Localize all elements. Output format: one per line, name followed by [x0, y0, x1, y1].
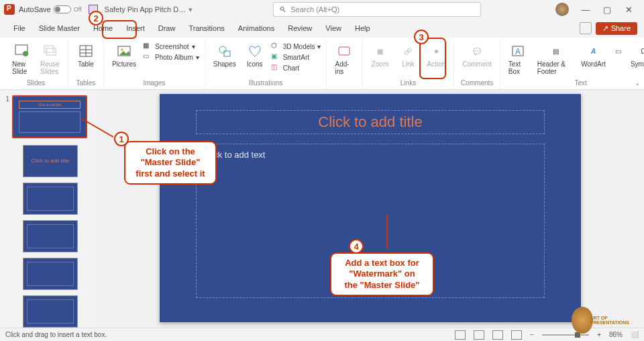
thumb-layout[interactable] [23, 258, 78, 290]
symbols-button[interactable]: ΩSymbols [631, 42, 644, 69]
3d-models-button[interactable]: ⬡3D Models ▾ [271, 42, 321, 51]
autosave-toggle[interactable]: AutoSave Off [19, 5, 82, 13]
annotation-line-4 [386, 215, 388, 248]
share-icon: ↗ [602, 24, 608, 33]
title-placeholder[interactable]: Click to add title [196, 110, 545, 134]
fit-window-icon[interactable]: ⬜ [631, 331, 639, 338]
link-button[interactable]: 🔗Link [396, 42, 420, 69]
thumb-master-slide[interactable]: Click to edit title [12, 95, 87, 138]
reading-view-icon[interactable] [492, 330, 503, 340]
avatar[interactable] [555, 3, 569, 16]
thumb-layout[interactable] [23, 183, 78, 215]
header-footer-icon: ▤ [548, 43, 564, 59]
comment-button[interactable]: 💬Comment [460, 42, 494, 69]
addins-icon [336, 43, 352, 59]
cube-icon: ⬡ [271, 42, 280, 51]
svg-point-10 [219, 46, 226, 53]
zoom-out-icon[interactable]: − [530, 331, 534, 338]
watermark-logo: ART OFPRESENTATIONS [572, 305, 629, 336]
symbols-icon: Ω [635, 43, 644, 59]
smartart-icon: ▣ [271, 52, 280, 62]
addins-button[interactable]: Add-ins [332, 42, 356, 77]
tab-transitions[interactable]: Transitions [182, 21, 231, 35]
screenshot-icon: ▦ [143, 42, 152, 51]
svg-point-9 [121, 48, 123, 51]
chart-button[interactable]: ◫Chart [271, 63, 321, 72]
group-slides: New Slide Reuse Slides Slides [4, 40, 68, 89]
group-illustrations: Shapes Icons ⬡3D Models ▾ ▣SmartArt ◫Cha… [205, 40, 327, 89]
annotation-badge-2: 2 [89, 11, 103, 26]
date-time-button[interactable]: ▭ [610, 42, 627, 60]
header-footer-button[interactable]: ▤Header & Footer [535, 42, 578, 77]
ribbon: New Slide Reuse Slides Slides Table Tabl… [0, 38, 644, 90]
table-button[interactable]: Table [74, 42, 98, 69]
tab-draw[interactable]: Draw [152, 21, 182, 35]
wordart-button[interactable]: AWordArt [582, 42, 606, 69]
search-input[interactable]: 🔍︎ Search (Alt+Q) [273, 2, 481, 17]
group-label-comments: Comments [461, 79, 493, 88]
search-placeholder: Search (Alt+Q) [290, 5, 339, 13]
tab-file[interactable]: File [7, 21, 32, 35]
group-label-links: Links [400, 79, 416, 88]
title-dropdown-icon[interactable]: ▾ [189, 5, 193, 14]
pictures-button[interactable]: Pictures [109, 42, 139, 69]
group-addins: Add-ins [327, 40, 362, 89]
chart-icon: ◫ [271, 63, 280, 72]
group-label-images: Images [143, 79, 165, 88]
tab-help[interactable]: Help [348, 21, 377, 35]
group-label-illustrations: Illustrations [249, 79, 283, 88]
icons-button[interactable]: Icons [243, 42, 267, 69]
maximize-icon[interactable]: ▢ [602, 5, 612, 14]
zoom-button[interactable]: ▦Zoom [368, 42, 392, 69]
status-hint: Click and drag to insert a text box. [5, 331, 107, 338]
app-icon [4, 4, 15, 15]
tab-animations[interactable]: Animations [231, 21, 281, 35]
slideshow-view-icon[interactable] [511, 330, 522, 340]
toggle-icon [54, 5, 71, 13]
group-label-tables: Tables [76, 79, 95, 88]
new-slide-icon [13, 43, 30, 59]
new-slide-button[interactable]: New Slide [9, 42, 34, 77]
minimize-icon[interactable]: — [581, 5, 590, 14]
group-images: Pictures ▦Screenshot ▾ ▭Photo Album ▾ Im… [104, 40, 205, 89]
group-label-text: Text [575, 79, 587, 88]
annotation-ring-insert [102, 20, 137, 39]
tab-view[interactable]: View [319, 21, 348, 35]
text-box-button[interactable]: A Text Box [506, 42, 531, 77]
photo-album-icon: ▭ [143, 52, 152, 62]
thumb-layout[interactable]: Click to add title [23, 145, 78, 177]
share-button[interactable]: ↗ Share [596, 22, 637, 35]
group-label-slides: Slides [27, 79, 45, 88]
sorter-view-icon[interactable] [474, 330, 484, 340]
smartart-button[interactable]: ▣SmartArt [271, 52, 321, 62]
text-box-icon: A [510, 43, 526, 59]
table-icon [78, 43, 94, 59]
close-icon[interactable]: ✕ [624, 5, 633, 14]
screenshot-button[interactable]: ▦Screenshot ▾ [143, 42, 199, 51]
workspace: 1 Click to edit title Click to add title… [0, 90, 644, 328]
photo-album-button[interactable]: ▭Photo Album ▾ [143, 52, 199, 62]
shapes-icon [217, 43, 233, 59]
status-bar: Click and drag to insert a text box. − +… [0, 328, 644, 341]
annotation-badge-4: 4 [349, 239, 364, 254]
shapes-button[interactable]: Shapes [211, 42, 239, 69]
tab-slide-master[interactable]: Slide Master [32, 21, 87, 35]
tab-review[interactable]: Review [281, 21, 319, 35]
annotation-callout-4: Add a text box for "Watermark" on the "M… [330, 252, 434, 296]
document-title[interactable]: Safety Pin App Pitch D… [105, 5, 186, 13]
normal-view-icon[interactable] [455, 330, 466, 340]
thumb-layout[interactable] [23, 295, 78, 328]
share-label: Share [611, 24, 631, 32]
comments-pane-icon[interactable] [580, 22, 592, 34]
autosave-state: Off [74, 6, 82, 13]
svg-rect-2 [44, 46, 54, 52]
icons-icon [247, 43, 263, 59]
autosave-label: AutoSave [19, 5, 51, 13]
thumb-number: 1 [4, 95, 9, 103]
thumb-layout[interactable] [23, 220, 78, 252]
group-tables: Table Tables [68, 40, 104, 89]
reuse-slides-button[interactable]: Reuse Slides [38, 42, 62, 77]
date-icon: ▭ [610, 43, 627, 59]
group-comments: 💬Comment Comments [454, 40, 500, 89]
collapse-ribbon-icon[interactable]: ⌄ [635, 79, 640, 87]
